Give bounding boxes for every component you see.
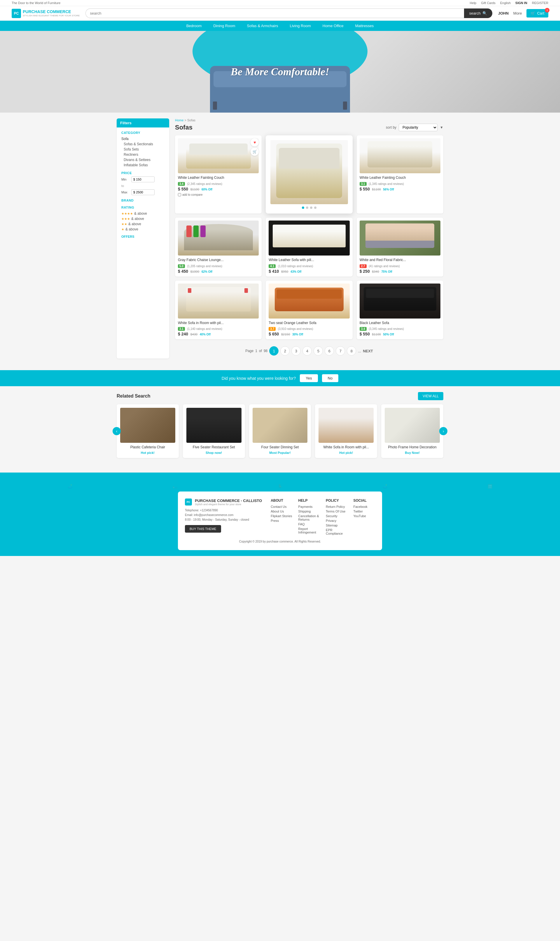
compare-checkbox-1[interactable] <box>178 193 181 196</box>
footer-faq[interactable]: FAQ <box>298 523 320 526</box>
price-min-input[interactable] <box>131 177 155 182</box>
sort-select[interactable]: Popularity Price Low to High Price High … <box>399 124 437 131</box>
footer-terms[interactable]: Terms Of Use <box>326 510 348 513</box>
footer-logo-row: PC PURCHASE COMMERCE - CALLISTO Stylish … <box>185 498 262 506</box>
footer-press[interactable]: Press <box>271 519 292 523</box>
product-card-featured[interactable] <box>266 135 352 214</box>
related-nav-left[interactable]: ‹ <box>112 427 121 435</box>
nav-bedroom[interactable]: Bedroom <box>186 24 202 28</box>
page-btn-4[interactable]: 4 <box>303 346 312 355</box>
product-price-row-5: $ 410 $950 43% Off <box>269 269 349 274</box>
product-rating-count-5: (1,010 ratings and reviews) <box>278 264 313 268</box>
footer-shipping[interactable]: Shipping <box>298 510 320 513</box>
nav-mattresses[interactable]: Mattresses <box>355 24 374 28</box>
rating-2[interactable]: ★★ & above <box>122 221 165 227</box>
footer-cancellation[interactable]: Cancellation & Returns <box>298 514 320 521</box>
more-link[interactable]: More <box>513 11 522 15</box>
related-card-1[interactable]: Plastic Cafeteria Chair Hot pick! <box>117 404 179 458</box>
logo[interactable]: PC PURCHASE COMMERCE STYLISH AND ELEGANT… <box>12 9 80 18</box>
popup-dot-3 <box>310 206 312 209</box>
footer-facebook[interactable]: Facebook <box>354 505 375 509</box>
product-image-3 <box>360 138 440 173</box>
footer-about-us[interactable]: About Us <box>271 510 292 513</box>
product-card-1[interactable]: ♥ 🛒 White Leather Fainting Couch 3.4 (2,… <box>175 135 262 214</box>
stars-3: ★★★ <box>122 217 130 221</box>
product-card-6[interactable]: White and Red Floral Fabric... 2.7 (41 r… <box>357 218 443 277</box>
page-btn-1[interactable]: 1 <box>269 346 278 355</box>
offers-filter[interactable]: OFFERS <box>122 235 165 238</box>
register-link[interactable]: REGISTER <box>532 1 548 5</box>
search-button[interactable]: search 🔍 <box>464 8 492 18</box>
footer-buy-button[interactable]: BUY THIS THEME <box>185 525 221 533</box>
sign-in-link[interactable]: SIGN IN <box>515 1 527 5</box>
price-min-label: Min <box>122 178 129 181</box>
rating-4[interactable]: ★★★★ & above <box>122 211 165 216</box>
related-card-5[interactable]: Photo Frame Home Decoration Buy Now! <box>381 404 443 458</box>
nav-office[interactable]: Home Office <box>323 24 343 28</box>
search-input[interactable] <box>85 8 464 18</box>
related-card-2[interactable]: Five Seater Restaurant Set Shop now! <box>183 404 245 458</box>
footer-contact-us[interactable]: Contact Us <box>271 505 292 509</box>
feedback-no[interactable]: No <box>322 374 338 382</box>
nav-living[interactable]: Living Room <box>290 24 311 28</box>
product-discount-9: 50% Off <box>383 333 394 336</box>
product-card-9[interactable]: Black Leather Sofa 3.4 (3,345 ratings an… <box>357 281 443 340</box>
footer-payments[interactable]: Payments <box>298 505 320 509</box>
page-btn-8[interactable]: 8 <box>347 346 356 355</box>
rating-3[interactable]: ★★★ & above <box>122 216 165 221</box>
rating-4-label: & above <box>134 211 147 215</box>
footer-twitter[interactable]: Twitter <box>354 510 375 513</box>
product-card-5[interactable]: White Leather Sofa with pill... 4.1 (1,0… <box>266 218 352 277</box>
category-inflatable[interactable]: Inflatable Sofas <box>122 163 165 168</box>
page-next[interactable]: NEXT <box>363 349 373 353</box>
breadcrumb-separator: > <box>184 118 187 122</box>
page-btn-3[interactable]: 3 <box>291 346 301 355</box>
rating-1[interactable]: ★ & above <box>122 227 165 232</box>
compare-row-1: add to compare <box>178 193 259 196</box>
related-card-3[interactable]: Four Seater Dinning Set Most Popular! <box>249 404 311 458</box>
product-card-8[interactable]: Two seat Orange Leather Sofa 3.7 (3,910 … <box>266 281 352 340</box>
cart-button[interactable]: 🛒 Cart 1 <box>526 9 548 17</box>
breadcrumb-home[interactable]: Home <box>175 118 183 122</box>
page-btn-5[interactable]: 5 <box>314 346 323 355</box>
footer-privacy[interactable]: Privacy <box>326 519 348 523</box>
product-name-4: Gray Fabric Chaise Lounge... <box>178 258 259 263</box>
footer-return-policy[interactable]: Return Policy <box>326 505 348 509</box>
product-price-3: $ 550 <box>360 187 370 191</box>
view-all-button[interactable]: VIEW ALL <box>418 392 443 400</box>
cart-label: Cart <box>537 11 544 15</box>
related-header: Related Search VIEW ALL <box>117 392 443 400</box>
language-link[interactable]: English <box>500 1 511 5</box>
category-recliners[interactable]: Recliners <box>122 152 165 157</box>
footer-epr[interactable]: EPR Compliance <box>326 528 348 535</box>
nav-dining[interactable]: Dining Room <box>213 24 235 28</box>
product-card-7[interactable]: White Sofa in Room with pil... 3.1 (1,14… <box>175 281 262 340</box>
product-price-9: $ 550 <box>360 332 370 336</box>
category-sofa-sets[interactable]: Sofa Sets <box>122 147 165 152</box>
page-btn-7[interactable]: 7 <box>336 346 345 355</box>
footer-security[interactable]: Security <box>326 514 348 518</box>
sort-chevron-icon: ▼ <box>440 125 443 129</box>
price-max-input[interactable] <box>131 189 155 195</box>
category-divans[interactable]: Divans & Settees <box>122 157 165 163</box>
nav-sofas[interactable]: Sofas & Armchairs <box>247 24 278 28</box>
footer-report[interactable]: Report Infringement <box>298 527 320 534</box>
page-btn-6[interactable]: 6 <box>325 346 334 355</box>
product-price-6: $ 250 <box>360 269 370 274</box>
product-card-4[interactable]: Gray Fabric Chaise Lounge... 5.0 (1,205 … <box>175 218 262 277</box>
gift-cards-link[interactable]: Gift Cards <box>481 1 495 5</box>
price-min-row: Min <box>122 177 165 182</box>
product-card-3[interactable]: White Leather Fainting Couch 3.1 (1,345 … <box>357 135 443 214</box>
footer-youtube[interactable]: YouTube <box>354 514 375 518</box>
help-link[interactable]: Help <box>470 1 477 5</box>
category-sofas-sectionals[interactable]: Sofas & Sectionals <box>122 141 165 147</box>
related-nav-right[interactable]: › <box>439 427 448 435</box>
page-btn-2[interactable]: 2 <box>280 346 290 355</box>
product-rating-count-6: (41 ratings and reviews) <box>369 264 400 268</box>
footer-sitemap[interactable]: Sitemap <box>326 524 348 527</box>
related-card-4[interactable]: White Sofa in Room with pil... Hot pick! <box>315 404 377 458</box>
category-sofa[interactable]: Sofa <box>122 136 165 141</box>
feedback-yes[interactable]: Yes <box>300 374 318 382</box>
product-image-1 <box>178 138 259 173</box>
footer-flipkart-stories[interactable]: Flipkart Stories <box>271 514 292 518</box>
